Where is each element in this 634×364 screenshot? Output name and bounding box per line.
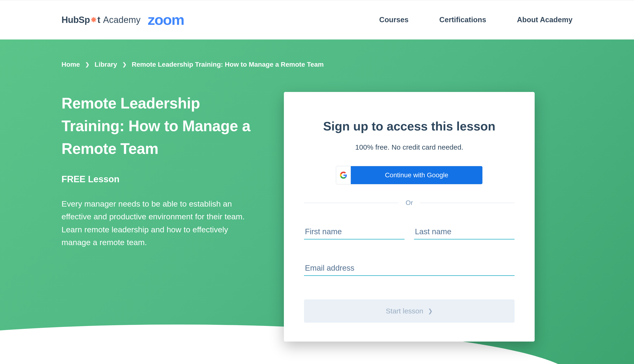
google-icon xyxy=(336,166,351,184)
header: HubSp⁕t Academy zoom Courses Certificati… xyxy=(0,0,634,40)
first-name-field[interactable] xyxy=(304,224,405,240)
chevron-right-icon: ❯ xyxy=(428,308,433,314)
breadcrumb-library[interactable]: Library xyxy=(95,61,117,68)
nav-about-academy[interactable]: About Academy xyxy=(517,16,572,24)
hubspot-academy-logo[interactable]: HubSp⁕t Academy xyxy=(62,15,141,25)
nav-courses[interactable]: Courses xyxy=(379,16,409,24)
main-nav: Courses Certifications About Academy xyxy=(379,16,572,24)
continue-with-google-button[interactable]: Continue with Google xyxy=(336,166,483,184)
breadcrumb-home[interactable]: Home xyxy=(62,61,80,68)
lesson-description: Every manager needs to be able to establ… xyxy=(62,197,255,249)
chevron-right-icon: ❯ xyxy=(122,62,127,68)
signup-title: Sign up to access this lesson xyxy=(304,119,515,133)
email-row xyxy=(304,261,515,276)
start-button-label: Start lesson xyxy=(386,307,423,315)
chevron-right-icon: ❯ xyxy=(85,62,89,68)
google-button-label: Continue with Google xyxy=(351,166,482,184)
signup-card: Sign up to access this lesson 100% free.… xyxy=(284,92,535,342)
name-row xyxy=(304,224,515,240)
hero-section: Home ❯ Library ❯ Remote Leadership Train… xyxy=(0,40,634,364)
lesson-info: Remote Leadership Training: How to Manag… xyxy=(62,92,255,249)
divider: Or xyxy=(304,199,515,206)
email-field[interactable] xyxy=(304,261,515,276)
zoom-logo[interactable]: zoom xyxy=(148,12,184,27)
nav-certifications[interactable]: Certifications xyxy=(439,16,486,24)
sprocket-icon: ⁕ xyxy=(90,15,98,25)
breadcrumb-current: Remote Leadership Training: How to Manag… xyxy=(132,61,324,68)
lesson-subtitle: FREE Lesson xyxy=(62,174,255,184)
logo-group: HubSp⁕t Academy zoom xyxy=(62,12,184,27)
start-lesson-button[interactable]: Start lesson ❯ xyxy=(304,300,515,323)
breadcrumb: Home ❯ Library ❯ Remote Leadership Train… xyxy=(62,61,572,68)
last-name-field[interactable] xyxy=(414,224,515,240)
lesson-title: Remote Leadership Training: How to Manag… xyxy=(62,92,255,160)
signup-subtitle: 100% free. No credit card needed. xyxy=(304,143,515,151)
divider-text: Or xyxy=(406,199,413,206)
content-row: Remote Leadership Training: How to Manag… xyxy=(62,92,572,342)
